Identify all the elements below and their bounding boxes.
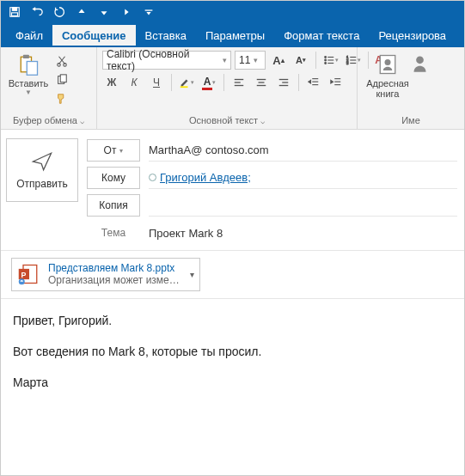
attachment-item[interactable]: P Представляем Mark 8.pptx Организация м… [11, 258, 200, 291]
quick-access-toolbar [1, 1, 464, 23]
bold-icon[interactable]: Ж [102, 73, 121, 92]
body-line-1: Привет, Григорий. [13, 313, 452, 328]
attachments-area: P Представляем Mark 8.pptx Организация м… [1, 251, 464, 299]
to-button[interactable]: Кому [87, 167, 140, 189]
paste-button[interactable]: Вставить ▼ [6, 51, 51, 96]
cc-button[interactable]: Копия [87, 194, 140, 217]
check-names-button[interactable] [414, 51, 431, 78]
svg-rect-10 [60, 75, 66, 82]
paste-label: Вставить [9, 78, 49, 88]
svg-text:P: P [21, 271, 26, 279]
font-name-combo[interactable]: Calibri (Основной текст)▾ [102, 51, 231, 70]
svg-text:3: 3 [346, 61, 349, 65]
font-size-combo[interactable]: 11▾ [235, 51, 266, 70]
align-left-icon[interactable] [229, 73, 248, 92]
right-arrow-icon[interactable] [116, 3, 137, 21]
tab-insert[interactable]: Вставка [136, 25, 196, 47]
svg-rect-3 [145, 9, 153, 10]
tab-options[interactable]: Параметры [196, 25, 274, 47]
underline-icon[interactable]: Ч [147, 73, 166, 92]
from-button[interactable]: От ▾ [87, 139, 140, 162]
svg-rect-5 [23, 55, 29, 58]
names-group-label: Име [363, 115, 459, 127]
group-basic-text: Calibri (Основной текст)▾ 11▾ A▴ A▾ ▾ 12… [97, 47, 358, 129]
clipboard-group-label: Буфер обмена ⌵ [6, 115, 91, 127]
group-clipboard: Вставить ▼ Буфер обмена ⌵ [1, 47, 97, 129]
bullets-icon[interactable]: ▾ [321, 51, 340, 70]
group-names: Адресная книга Име [358, 47, 464, 129]
attachment-name: Представляем Mark 8.pptx [48, 262, 180, 274]
message-body[interactable]: Привет, Григорий. Вот сведения по Mark 8… [1, 299, 464, 420]
highlight-icon[interactable]: ▾ [177, 73, 196, 92]
ribbon: Вставить ▼ Буфер обмена ⌵ Calibri (Основ… [1, 47, 464, 130]
redo-icon[interactable] [49, 3, 70, 21]
svg-point-13 [325, 59, 327, 61]
attachment-menu-icon[interactable]: ▾ [190, 270, 194, 279]
tab-file[interactable]: Файл [6, 25, 52, 47]
tab-message[interactable]: Сообщение [52, 25, 136, 47]
body-signature: Марта [13, 375, 452, 390]
tab-review[interactable]: Рецензирова [369, 25, 456, 47]
copy-icon[interactable] [53, 71, 70, 88]
italic-icon[interactable]: К [125, 73, 144, 92]
presence-icon [149, 174, 156, 181]
subject-label: Тема [87, 227, 140, 239]
svg-point-41 [416, 56, 424, 64]
ribbon-tabs: Файл Сообщение Вставка Параметры Формат … [1, 23, 464, 47]
font-color-icon[interactable]: А▾ [199, 73, 218, 92]
svg-rect-1 [12, 8, 16, 11]
body-line-2: Вот сведения по Mark 8, которые ты проси… [13, 344, 452, 359]
shrink-font-icon[interactable]: A▾ [291, 51, 310, 70]
address-book-button[interactable]: Адресная книга [363, 51, 413, 99]
decrease-indent-icon[interactable] [304, 73, 323, 92]
undo-icon[interactable] [27, 3, 47, 21]
send-button[interactable]: Отправить [6, 138, 78, 202]
svg-point-11 [325, 57, 327, 58]
compose-header: Отправить От ▾ MarthaA@ contoso.com Кому… [1, 130, 464, 251]
customize-qat-icon[interactable] [138, 3, 159, 21]
grow-font-icon[interactable]: A▴ [269, 51, 288, 70]
to-recipient[interactable]: Григорий Авдеев; [160, 171, 251, 184]
powerpoint-icon: P [17, 262, 41, 286]
svg-point-40 [385, 59, 391, 65]
svg-rect-2 [12, 13, 18, 16]
save-icon[interactable] [4, 3, 25, 21]
attachment-subtitle: Организация может изме… [48, 274, 180, 286]
svg-rect-6 [27, 62, 37, 76]
cc-field[interactable] [149, 194, 457, 217]
address-book-label: Адресная книга [363, 78, 413, 99]
svg-point-15 [325, 63, 327, 64]
tab-format-text[interactable]: Формат текста [274, 25, 369, 47]
align-right-icon[interactable] [274, 73, 293, 92]
format-painter-icon[interactable] [53, 90, 70, 107]
subject-field[interactable]: Проект Mark 8 [149, 222, 457, 244]
to-field[interactable]: Григорий Авдеев; [149, 167, 457, 189]
basic-text-group-label: Основной текст ⌵ [102, 115, 352, 127]
increase-indent-icon[interactable] [327, 73, 346, 92]
svg-rect-23 [180, 86, 188, 88]
align-center-icon[interactable] [252, 73, 271, 92]
send-label: Отправить [16, 178, 68, 190]
down-arrow-icon[interactable] [94, 3, 114, 21]
from-value: MarthaA@ contoso.com [149, 139, 457, 162]
cut-icon[interactable] [53, 52, 70, 70]
up-arrow-icon[interactable] [71, 3, 92, 21]
